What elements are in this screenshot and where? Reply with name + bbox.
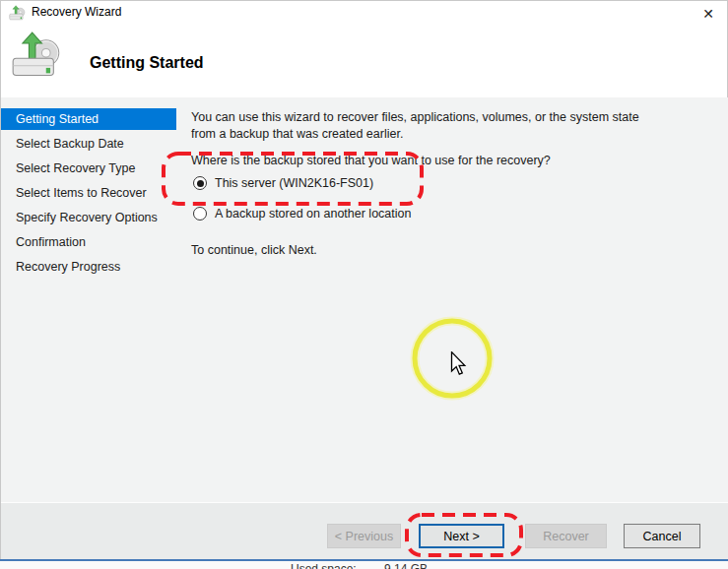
radio-this-server[interactable]: This server (WIN2K16-FS01) [193,176,373,190]
used-space-value: 9.14 GB [384,562,428,569]
wizard-content: You can use this wizard to recover files… [191,97,723,503]
previous-button[interactable]: < Previous [327,524,401,548]
radio-another-location[interactable]: A backup stored on another location [193,207,411,221]
recovery-wizard-icon [9,5,26,22]
sidebar-item-select-recovery-type: Select Recovery Type [1,158,176,179]
recovery-wizard-window: Recovery Wizard ✕ Getting Started Gettin… [0,0,728,559]
radio-this-server-label: This server (WIN2K16-FS01) [215,176,373,190]
sidebar-item-getting-started: Getting Started [1,108,176,130]
sidebar-item-select-items-to-recover: Select Items to Recover [1,182,176,204]
command-bar: < Previous Next > Recover Cancel [1,503,728,560]
recover-button[interactable]: Recover [525,524,607,548]
intro-text: You can use this wizard to recover files… [191,109,639,143]
window-title: Recovery Wizard [32,5,121,19]
sidebar-item-recovery-progress: Recovery Progress [1,256,176,278]
page-title: Getting Started [90,54,204,72]
recovery-drive-icon [11,31,62,82]
wizard-header: Getting Started [1,25,727,97]
close-button[interactable]: ✕ [694,3,723,25]
sidebar-item-confirmation: Confirmation [1,231,176,253]
radio-unselected-icon[interactable] [193,207,207,221]
wizard-body: Getting Started Select Backup Date Selec… [1,97,728,503]
next-button[interactable]: Next > [419,524,504,548]
radio-another-location-label: A backup stored on another location [215,207,411,221]
screenshot-stage: Recovery Wizard ✕ Getting Started Gettin… [0,0,728,569]
intro-line-2: from a backup that was created earlier. [191,127,403,141]
title-bar[interactable]: Recovery Wizard ✕ [1,1,727,25]
sidebar-item-select-backup-date: Select Backup Date [1,133,176,155]
continue-hint: To continue, click Next. [191,243,317,257]
backup-location-question: Where is the backup stored that you want… [191,154,551,167]
wizard-steps-sidebar: Getting Started Select Backup Date Selec… [1,97,176,503]
radio-selected-icon[interactable] [193,176,207,190]
sidebar-item-specify-recovery-options: Specify Recovery Options [1,207,176,228]
background-window-strip: Used space: 9.14 GB [0,559,728,569]
cancel-button[interactable]: Cancel [624,524,700,548]
used-space-label: Used space: [291,562,357,569]
intro-line-1: You can use this wizard to recover files… [191,110,639,124]
